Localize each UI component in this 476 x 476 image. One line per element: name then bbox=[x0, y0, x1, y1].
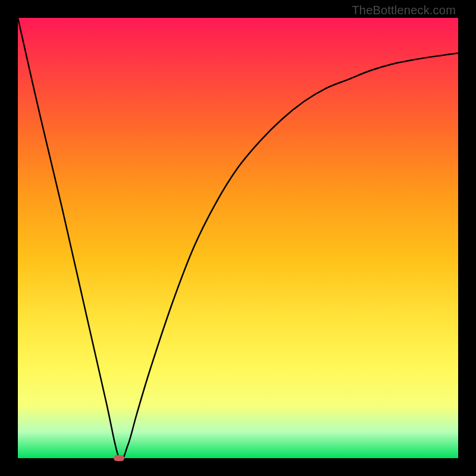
bottleneck-curve bbox=[18, 18, 458, 458]
plot-area bbox=[18, 18, 458, 458]
watermark-text: TheBottleneck.com bbox=[352, 4, 456, 17]
chart-frame: TheBottleneck.com bbox=[0, 0, 476, 476]
minimum-marker bbox=[114, 455, 124, 461]
